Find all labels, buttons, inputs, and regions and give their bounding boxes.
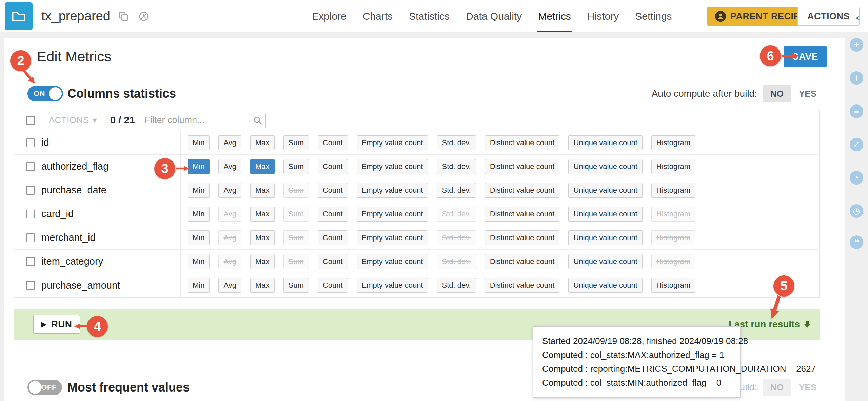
details-icon[interactable]: ≡ (850, 104, 863, 118)
metric-min-button[interactable]: Min (188, 207, 210, 222)
metric-empty-value-count-button[interactable]: Empty value count (357, 254, 428, 269)
metric-unique-value-count-button[interactable]: Unique value count (568, 135, 642, 150)
metric-count-button[interactable]: Count (318, 183, 348, 198)
metric-avg-button[interactable]: Avg (218, 278, 241, 293)
tab-explore[interactable]: Explore (312, 0, 347, 32)
schedule-disabled-icon[interactable] (138, 11, 149, 22)
metric-empty-value-count-button[interactable]: Empty value count (357, 278, 428, 293)
metric-max-button[interactable]: Max (250, 159, 275, 174)
metric-empty-value-count-button[interactable]: Empty value count (357, 135, 428, 150)
columns-statistics-toggle[interactable]: ON (27, 86, 63, 101)
metric-sum-button[interactable]: Sum (283, 278, 309, 293)
table-row-authorized-flag: authorized_flagMinAvgMaxSumCountEmpty va… (14, 155, 819, 178)
metric-std-dev-button[interactable]: Std. dev. (437, 135, 476, 150)
metric-empty-value-count-button[interactable]: Empty value count (357, 230, 428, 245)
most-frequent-values-toggle[interactable]: OFF (27, 380, 62, 395)
column-name: item_category (41, 256, 180, 267)
metric-sum-button[interactable]: Sum (283, 159, 309, 174)
metric-min-button[interactable]: Min (188, 278, 210, 293)
metric-distinct-value-count-button[interactable]: Distinct value count (485, 230, 560, 245)
tab-data-quality[interactable]: Data Quality (466, 0, 522, 32)
auto-compute-yes-button[interactable]: YES (791, 85, 824, 102)
row-checkbox[interactable] (26, 281, 35, 290)
metric-std-dev-button[interactable]: Std. dev. (437, 159, 476, 174)
metric-distinct-value-count-button[interactable]: Distinct value count (485, 207, 560, 222)
metric-min-button[interactable]: Min (188, 254, 210, 269)
metric-empty-value-count-button[interactable]: Empty value count (357, 183, 428, 198)
metric-min-button[interactable]: Min (188, 135, 210, 150)
metric-min-button[interactable]: Min (188, 230, 210, 245)
metric-avg-button[interactable]: Avg (218, 183, 241, 198)
row-checkbox[interactable] (26, 233, 35, 242)
tooltip-line: Started 2024/09/19 08:28, finished 2024/… (542, 334, 731, 348)
tab-statistics[interactable]: Statistics (409, 0, 450, 32)
metric-count-button[interactable]: Count (318, 278, 348, 293)
activity-icon[interactable]: ◔ (850, 171, 863, 185)
tab-metrics[interactable]: Metrics (538, 0, 571, 32)
row-checkbox[interactable] (26, 186, 35, 195)
metric-distinct-value-count-button[interactable]: Distinct value count (485, 159, 560, 174)
discussions-icon[interactable]: ❝ (850, 235, 863, 249)
metric-max-button[interactable]: Max (250, 254, 275, 269)
metric-unique-value-count-button[interactable]: Unique value count (568, 207, 642, 222)
metric-max-button[interactable]: Max (250, 230, 275, 245)
metric-histogram-button[interactable]: Histogram (651, 135, 695, 150)
filter-column-input[interactable] (140, 113, 266, 128)
table-actions-dropdown[interactable]: ACTIONS ▾ (46, 113, 100, 128)
metric-count-button[interactable]: Count (318, 159, 348, 174)
metric-count-button[interactable]: Count (318, 230, 348, 245)
add-icon[interactable]: + (850, 38, 863, 52)
metric-max-button[interactable]: Max (250, 183, 275, 198)
metric-distinct-value-count-button[interactable]: Distinct value count (485, 278, 560, 293)
metric-unique-value-count-button[interactable]: Unique value count (568, 278, 642, 293)
metric-distinct-value-count-button[interactable]: Distinct value count (485, 254, 560, 269)
tab-history[interactable]: History (587, 0, 619, 32)
auto-compute-no-button[interactable]: NO (763, 85, 791, 102)
metric-max-button[interactable]: Max (250, 278, 275, 293)
metric-max-button[interactable]: Max (250, 135, 275, 150)
metric-std-dev-button[interactable]: Std. dev. (437, 278, 476, 293)
metric-avg-button[interactable]: Avg (218, 135, 241, 150)
copy-icon[interactable] (118, 11, 129, 22)
tab-settings[interactable]: Settings (635, 0, 672, 32)
metric-histogram-button[interactable]: Histogram (651, 159, 695, 174)
dataset-icon[interactable] (5, 2, 33, 30)
right-rail: +i≡✓◔◷❝ (850, 38, 865, 267)
schedule-icon[interactable]: ◷ (850, 204, 863, 218)
row-checkbox[interactable] (26, 162, 35, 171)
collapse-panel-arrow-icon[interactable]: ← (853, 7, 867, 24)
metric-buttons: MinAvgMaxSumCountEmpty value countStd. d… (180, 202, 819, 226)
metric-distinct-value-count-button[interactable]: Distinct value count (485, 183, 560, 198)
metric-unique-value-count-button[interactable]: Unique value count (568, 183, 642, 198)
metric-std-dev-button[interactable]: Std. dev. (437, 183, 476, 198)
toggle-state-label: OFF (41, 380, 57, 395)
row-checkbox[interactable] (26, 210, 35, 218)
metric-distinct-value-count-button[interactable]: Distinct value count (485, 135, 560, 150)
metric-max-button[interactable]: Max (250, 207, 275, 222)
metric-unique-value-count-button[interactable]: Unique value count (568, 159, 642, 174)
info-icon[interactable]: i (850, 71, 863, 85)
metric-histogram-button[interactable]: Histogram (651, 278, 695, 293)
metric-min-button[interactable]: Min (188, 159, 210, 174)
metric-histogram-button[interactable]: Histogram (651, 183, 695, 198)
metric-unique-value-count-button[interactable]: Unique value count (568, 254, 642, 269)
status-icon[interactable]: ✓ (850, 138, 863, 151)
metric-empty-value-count-button[interactable]: Empty value count (357, 207, 428, 222)
metric-avg-button[interactable]: Avg (218, 159, 241, 174)
metric-unique-value-count-button[interactable]: Unique value count (568, 230, 642, 245)
metric-buttons: MinAvgMaxSumCountEmpty value countStd. d… (180, 155, 819, 178)
run-button[interactable]: ▶ RUN (33, 315, 80, 334)
row-checkbox[interactable] (26, 138, 35, 147)
metric-min-button[interactable]: Min (188, 183, 210, 198)
metric-count-button[interactable]: Count (318, 135, 348, 150)
actions-button[interactable]: ACTIONS (797, 7, 860, 26)
row-checkbox[interactable] (26, 257, 35, 266)
tab-charts[interactable]: Charts (363, 0, 393, 32)
auto-compute-no-button: NO (763, 379, 791, 396)
metric-sum-button[interactable]: Sum (283, 135, 309, 150)
metric-count-button[interactable]: Count (318, 207, 348, 222)
last-run-results-link[interactable]: Last run results (729, 319, 811, 330)
select-all-checkbox[interactable] (26, 116, 35, 125)
metric-empty-value-count-button[interactable]: Empty value count (357, 159, 428, 174)
metric-count-button[interactable]: Count (318, 254, 348, 269)
